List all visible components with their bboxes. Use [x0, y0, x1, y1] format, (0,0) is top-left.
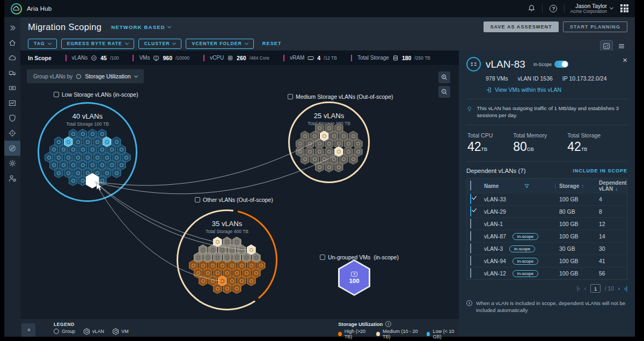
sidebar-item-shield[interactable] [4, 111, 20, 126]
sidebar-item-target[interactable] [4, 126, 20, 141]
sidebar-item-double-chevron-right[interactable] [4, 20, 20, 35]
sidebar-item-cost[interactable] [4, 81, 20, 96]
collapse-legend-button[interactable]: » [21, 323, 35, 337]
vlan-name: vLAN-12 [484, 270, 506, 277]
row-storage-cell: 100 GB [559, 258, 599, 264]
row-name-cell: vLAN-3in-scope [484, 245, 559, 252]
row-checkbox[interactable] [470, 194, 471, 204]
metric-label: Total Storage [357, 55, 389, 61]
network-based-dropdown[interactable]: NETWORK BASED [111, 24, 171, 30]
filter-funnel-icon[interactable] [524, 184, 529, 188]
filter-tag-dropdown[interactable]: TAG [28, 39, 57, 49]
scope-metric-vcpu: vCPU260/484 Core [210, 55, 269, 61]
table-row[interactable]: vLAN-2980 GB8 [467, 205, 627, 217]
filter-vcenter-folder-dropdown[interactable]: VCENTER FOLDER [186, 39, 253, 49]
in-scope-pill: in-scope [513, 233, 538, 240]
table-row[interactable]: vLAN-33100 GB4 [467, 193, 627, 205]
info-icon[interactable]: i [385, 321, 391, 327]
save-as-assessment-button[interactable]: SAVE AS ASSESMENT [484, 21, 558, 32]
sidebar-item-truck[interactable] [4, 66, 20, 81]
include-in-scope-button[interactable]: INCLUDE IN SCOPE [573, 168, 627, 173]
view-vms-link[interactable]: View VMs within this vLAN [486, 86, 627, 93]
vlan-ip: IP 10.173.22.0/24 [562, 75, 607, 82]
in-scope-toggle[interactable] [554, 61, 568, 68]
close-panel-icon[interactable]: × [623, 57, 627, 63]
metrics-icon [8, 99, 17, 107]
sidebar-item-compass[interactable] [4, 141, 20, 156]
vlan-map-canvas: Group vLANs by Storage Utilization Low S… [20, 65, 459, 319]
zoom-in-button[interactable] [438, 71, 450, 83]
table-row[interactable]: vLAN-94in-scope100 GB41 [467, 255, 627, 267]
group-vlans-by-dropdown[interactable]: Group vLANs by Storage Utilization [27, 69, 144, 83]
row-checkbox[interactable] [470, 268, 471, 278]
panel-stat-total-cpu: Total CPU 42TB [467, 132, 493, 154]
total-pages: / 10 [605, 286, 614, 292]
help-icon[interactable]: ? [548, 3, 559, 14]
row-storage-cell: 100 GB [559, 221, 599, 227]
metric-total: /484 Core [250, 55, 269, 61]
select-all-checkbox[interactable] [470, 180, 471, 191]
user-menu[interactable]: Jason Taylor Acme Corporation [570, 3, 613, 14]
legend-item-group: Group [54, 329, 75, 334]
table-row[interactable]: vLAN-12in-scope100 GB56 [467, 267, 627, 279]
bubble-view-toggle-icon[interactable] [601, 41, 612, 52]
sidebar-item-gear[interactable] [4, 156, 20, 171]
current-page-input[interactable]: 1 [590, 284, 601, 293]
ungrouped-vms-hexagon[interactable]: 100 [338, 259, 370, 296]
first-page-button[interactable]: |‹ [577, 286, 580, 292]
in-scope-toggle-label: In-Scope [533, 62, 552, 67]
low-storage-group-checkbox[interactable]: Low Storage vLANs (in-scope) [54, 91, 138, 98]
sidebar-item-home[interactable] [4, 35, 20, 50]
prev-page-button[interactable]: ‹ [584, 286, 586, 292]
legend-item-vm: VM [113, 328, 129, 335]
start-planning-button[interactable]: START PLANNING [563, 21, 627, 32]
table-row[interactable]: vLAN-3in-scope30 GB30 [467, 242, 627, 255]
sidebar-item-metrics[interactable] [4, 96, 20, 111]
table-row[interactable]: vLAN-1100 GB12 [467, 217, 627, 230]
notifications-bell-icon[interactable] [526, 3, 537, 14]
storage-legend-item: High (>20 TB) [338, 329, 369, 339]
last-page-button[interactable]: ›| [624, 286, 627, 292]
table-row[interactable]: vLAN-87in-scope100 GB14 [467, 230, 627, 242]
sidebar-item-cloud[interactable] [4, 50, 20, 66]
next-page-button[interactable]: › [618, 286, 620, 292]
filter-cluster-dropdown[interactable]: CLUSTER [138, 39, 182, 49]
scope-metric-vram: vRAM4/12 TB [290, 55, 337, 61]
medium-storage-group-checkbox[interactable]: Medium Storage vLANs (Out-of-scope) [288, 93, 393, 100]
checkbox-icon [288, 94, 293, 99]
other-group-checkbox[interactable]: Other vLANs (Out-of-scope) [195, 197, 273, 203]
legend-color-dot [376, 332, 380, 336]
row-name-cell: vLAN-87in-scope [484, 233, 559, 240]
row-checkbox[interactable] [470, 206, 471, 216]
row-checkbox-cell [470, 244, 484, 253]
row-checkbox-cell [470, 194, 484, 204]
sort-up-icon[interactable]: ↑ [581, 183, 584, 189]
row-checkbox-cell [470, 269, 484, 278]
sort-down-icon[interactable]: ↓ [615, 186, 618, 192]
metric-total: /250 TB [414, 55, 430, 61]
reset-filters-button[interactable]: RESET [262, 41, 282, 46]
row-storage-cell: 100 GB [559, 196, 599, 202]
group-circle-icon [54, 329, 59, 334]
metric-label: vCPU [210, 55, 224, 61]
row-checkbox[interactable] [470, 219, 471, 229]
stat-label: Total Memory [513, 132, 547, 139]
vlan-name: vLAN-33 [484, 196, 506, 202]
metric-separator [351, 55, 352, 61]
zoom-out-button[interactable] [438, 86, 450, 98]
row-checkbox[interactable] [470, 256, 471, 266]
sidebar-item-user-admin[interactable] [4, 171, 20, 186]
metric-separator [65, 55, 67, 61]
row-checkbox[interactable] [470, 231, 471, 241]
app-window: Aria Hub ? Jason Taylor Acme Corporation [4, 0, 635, 337]
filter-egress-byte-rate-dropdown[interactable]: EGRESS BYTE RATE [61, 39, 134, 49]
row-checkbox[interactable] [470, 243, 471, 253]
app-launcher-icon[interactable] [620, 4, 628, 12]
ungrouped-vms-checkbox[interactable]: Un-grouped VMs (in-scope) [320, 254, 399, 260]
chevron-down-icon [245, 41, 248, 45]
metric-value: 45 [100, 55, 107, 61]
list-view-toggle-icon[interactable] [616, 41, 627, 52]
vlan-badge-icon [466, 57, 481, 71]
info-icon: i [466, 300, 472, 306]
gear-icon [8, 159, 17, 168]
